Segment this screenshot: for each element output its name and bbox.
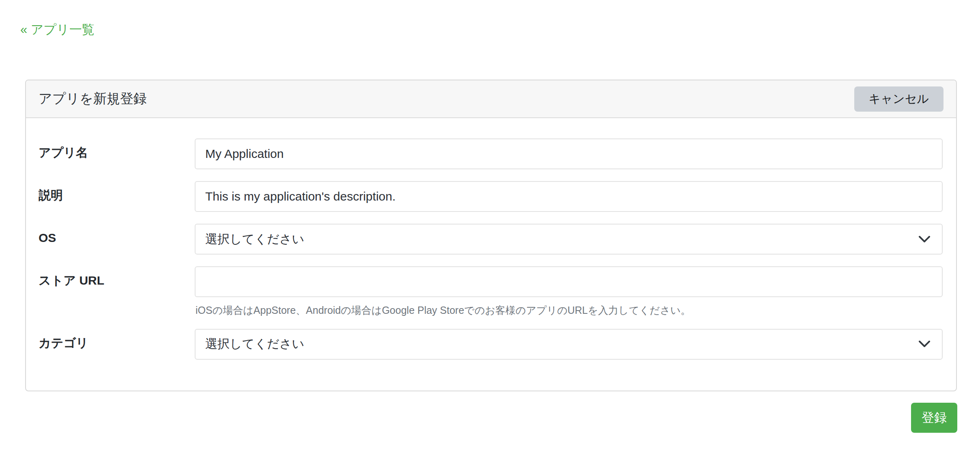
store-url-input[interactable] <box>195 266 943 297</box>
footer-actions: 登録 <box>25 403 957 433</box>
chevron-down-icon <box>918 235 931 243</box>
form-row-os: OS 選択してください <box>39 224 943 255</box>
chevron-down-icon <box>918 340 931 348</box>
form-row-store-url: ストア URL iOSの場合はAppStore、Androidの場合はGoogl… <box>39 266 943 317</box>
store-url-label: ストア URL <box>39 266 195 317</box>
category-select[interactable]: 選択してください <box>195 329 943 360</box>
category-select-value: 選択してください <box>205 336 304 352</box>
form-row-app-name: アプリ名 <box>39 138 943 169</box>
os-label: OS <box>39 224 195 255</box>
os-select[interactable]: 選択してください <box>195 224 943 255</box>
panel-header: アプリを新規登録 キャンセル <box>26 80 956 118</box>
description-input[interactable] <box>195 181 943 212</box>
cancel-button[interactable]: キャンセル <box>854 86 943 112</box>
form-row-category: カテゴリ 選択してください <box>39 329 943 360</box>
submit-button[interactable]: 登録 <box>911 403 957 433</box>
app-name-input[interactable] <box>195 138 943 169</box>
panel-title: アプリを新規登録 <box>39 90 147 108</box>
os-select-value: 選択してください <box>205 231 304 248</box>
store-url-help-text: iOSの場合はAppStore、Androidの場合はGoogle Play S… <box>196 304 943 317</box>
category-label: カテゴリ <box>39 329 195 360</box>
form-row-description: 説明 <box>39 181 943 212</box>
panel-body: アプリ名 説明 OS 選択してください <box>26 118 956 391</box>
app-name-label: アプリ名 <box>39 138 195 169</box>
description-label: 説明 <box>39 181 195 212</box>
new-app-panel: アプリを新規登録 キャンセル アプリ名 説明 OS 選択してください <box>25 80 957 391</box>
back-to-app-list-link[interactable]: « アプリ一覧 <box>20 22 95 37</box>
